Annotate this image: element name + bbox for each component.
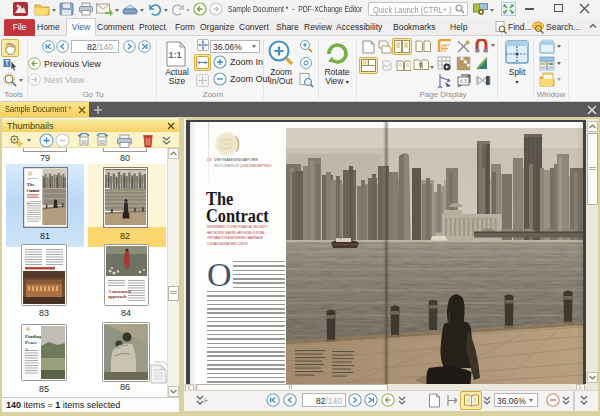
svg-text:Peace: Peace <box>25 340 38 345</box>
svg-text:VIETNAM/SINGAPORE: VIETNAM/SINGAPORE <box>214 157 258 162</box>
svg-text:Contract: Contract <box>27 188 40 193</box>
svg-text:90: 90 <box>99 139 105 145</box>
svg-text:Finding: Finding <box>25 334 42 339</box>
svg-text:A: A <box>25 347 28 352</box>
svg-text:O: O <box>207 256 232 293</box>
svg-text:The: The <box>27 182 36 187</box>
svg-text:PHOTOGRAPHS BY QUINN RYAN MATT: PHOTOGRAPHS BY QUINN RYAN MATTINGLY <box>214 163 272 168</box>
svg-text:90: 90 <box>81 139 87 145</box>
svg-text:DETERMINED TO FIND FINANCIAL S: DETERMINED TO FIND FINANCIAL SECURITY, <box>207 224 268 229</box>
svg-text:R: R <box>419 62 424 68</box>
svg-text:approach: approach <box>108 294 127 299</box>
svg-text:8.5: 8.5 <box>460 78 467 84</box>
svg-text:TO A MAN IN A WEALTHIER COUNTR: TO A MAN IN A WEALTHIER COUNTRY <box>207 241 248 246</box>
svg-text:1:1: 1:1 <box>168 50 181 60</box>
svg-text:VIETNAM FOR A BROKERED MARRIAG: VIETNAM FOR A BROKERED MARRIAGE <box>207 235 263 240</box>
svg-text:HER WORDS LEAVING HER HOME IN: HER WORDS LEAVING HER HOME IN RURAL <box>207 230 265 235</box>
